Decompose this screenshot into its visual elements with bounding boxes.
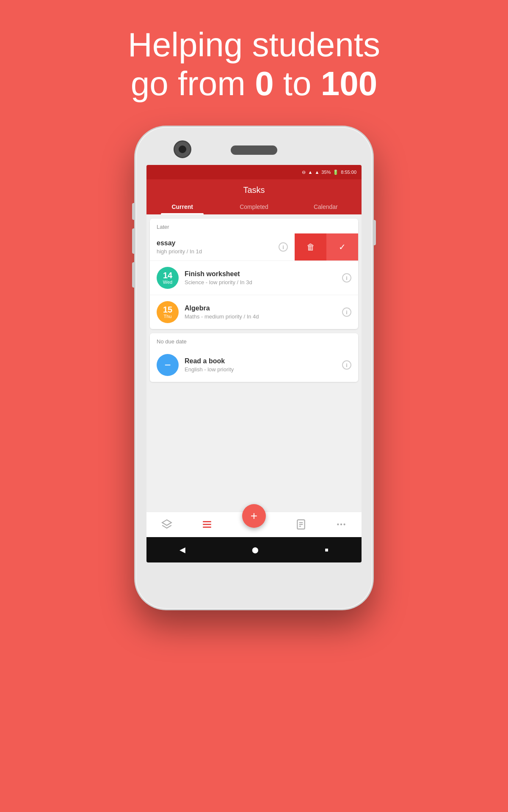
- read-book-task-subtitle: English - low priority: [185, 366, 342, 373]
- worksheet-task-subtitle: Science - low priority / In 3d: [185, 279, 342, 285]
- algebra-date-circle: 15 Thu: [157, 301, 179, 323]
- essay-task-info: essay high priority / In 1d: [157, 239, 279, 255]
- hero-zero: 0: [255, 65, 274, 102]
- camera: [174, 140, 191, 158]
- worksheet-day-num: 14: [163, 271, 172, 280]
- algebra-task-subtitle: Maths - medium priority / In 4d: [185, 313, 342, 320]
- battery-text: 35%: [321, 170, 331, 175]
- algebra-task-info: Algebra Maths - medium priority / In 4d: [185, 304, 342, 320]
- status-icons: ⊖ ▲ ▲ 35% 🔋 8:55:00: [302, 170, 356, 175]
- svg-point-8: [337, 523, 339, 525]
- volume-silent-button: [132, 203, 135, 220]
- nav-layers-icon[interactable]: [161, 519, 172, 531]
- status-bar: ⊖ ▲ ▲ 35% 🔋 8:55:00: [146, 165, 362, 179]
- hero-hundred: 100: [321, 65, 377, 102]
- algebra-task-row[interactable]: 15 Thu Algebra Maths - medium priority /…: [150, 295, 358, 329]
- signal-icon: ▲: [315, 170, 319, 175]
- complete-action-button[interactable]: ✓: [326, 233, 358, 261]
- algebra-task-title: Algebra: [185, 304, 342, 312]
- svg-point-10: [344, 523, 345, 525]
- volume-up-button: [132, 228, 135, 254]
- worksheet-info-icon[interactable]: i: [342, 273, 351, 283]
- dnd-icon: ⊖: [302, 170, 306, 175]
- home-button[interactable]: ⬤: [252, 546, 259, 553]
- hero-section: Helping students go from 0 to 100: [0, 25, 508, 103]
- back-button[interactable]: ◀: [179, 545, 185, 554]
- worksheet-day-name: Wed: [163, 280, 172, 285]
- read-book-date-circle: −: [157, 354, 179, 376]
- wifi-icon: ▲: [308, 170, 312, 175]
- no-due-date-card: No due date − Read a book English - low …: [150, 333, 358, 382]
- algebra-info-icon[interactable]: i: [342, 307, 351, 317]
- algebra-day-name: Thu: [164, 314, 172, 319]
- no-date-minus: −: [164, 359, 171, 370]
- android-nav-bar: ◀ ⬤ ■: [146, 537, 362, 562]
- tab-calendar[interactable]: Calendar: [290, 199, 362, 214]
- app-bar: Tasks Current Completed Calendar: [146, 179, 362, 214]
- svg-marker-0: [162, 520, 171, 525]
- tab-current[interactable]: Current: [146, 199, 218, 214]
- essay-task-row[interactable]: essay high priority / In 1d i 🗑 ✓: [150, 233, 358, 261]
- later-card: Later essay high priority / In 1d i: [150, 219, 358, 329]
- volume-down-button: [132, 262, 135, 288]
- no-due-date-section-label: No due date: [150, 333, 358, 348]
- bottom-nav: +: [146, 512, 362, 537]
- worksheet-date-circle: 14 Wed: [157, 267, 179, 289]
- swipe-actions: 🗑 ✓: [295, 233, 358, 261]
- battery-icon: 🔋: [333, 170, 339, 175]
- essay-info-icon[interactable]: i: [279, 242, 288, 252]
- worksheet-task-row[interactable]: 14 Wed Finish worksheet Science - low pr…: [150, 261, 358, 295]
- nav-more-icon[interactable]: [336, 519, 347, 531]
- check-icon: ✓: [339, 242, 346, 252]
- read-book-task-row[interactable]: − Read a book English - low priority i: [150, 348, 358, 382]
- worksheet-task-info: Finish worksheet Science - low priority …: [185, 270, 342, 285]
- app-title: Tasks: [146, 185, 362, 195]
- phone-screen: ⊖ ▲ ▲ 35% 🔋 8:55:00 Tasks Current Comple…: [146, 165, 362, 562]
- essay-task-subtitle: high priority / In 1d: [157, 248, 279, 255]
- read-book-info-icon[interactable]: i: [342, 360, 351, 370]
- svg-point-9: [340, 523, 342, 525]
- task-list-content: Later essay high priority / In 1d i: [146, 214, 362, 512]
- nav-notes-icon[interactable]: [295, 519, 306, 531]
- add-task-fab[interactable]: +: [242, 504, 266, 528]
- later-section-label: Later: [150, 219, 358, 233]
- time-text: 8:55:00: [341, 170, 356, 175]
- read-book-task-info: Read a book English - low priority: [185, 357, 342, 373]
- trash-icon: 🗑: [306, 242, 315, 252]
- algebra-day-num: 15: [163, 305, 172, 314]
- hero-to: to: [274, 65, 321, 102]
- phone-device: ⊖ ▲ ▲ 35% 🔋 8:55:00 Tasks Current Comple…: [135, 127, 373, 609]
- plus-icon: +: [251, 509, 257, 523]
- delete-action-button[interactable]: 🗑: [295, 233, 326, 261]
- recent-apps-button[interactable]: ■: [325, 546, 328, 553]
- essay-task-content: essay high priority / In 1d i: [150, 233, 295, 261]
- worksheet-task-title: Finish worksheet: [185, 270, 342, 278]
- phone-shell: ⊖ ▲ ▲ 35% 🔋 8:55:00 Tasks Current Comple…: [135, 127, 373, 609]
- essay-task-title: essay: [157, 239, 279, 247]
- tab-completed[interactable]: Completed: [218, 199, 290, 214]
- power-button: [373, 220, 376, 245]
- speaker: [231, 145, 277, 155]
- hero-line1: Helping students: [128, 26, 380, 63]
- read-book-task-title: Read a book: [185, 357, 342, 365]
- hero-line2-normal: go from: [131, 65, 255, 102]
- nav-list-icon[interactable]: [202, 519, 213, 531]
- tab-bar: Current Completed Calendar: [146, 199, 362, 214]
